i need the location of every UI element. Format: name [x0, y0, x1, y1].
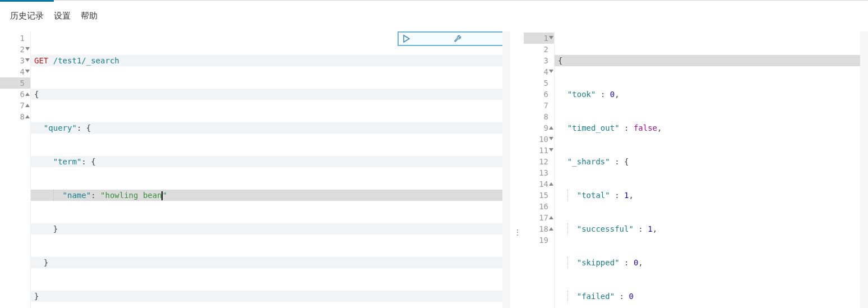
gutter-line[interactable]: 17 [524, 212, 554, 223]
active-line: "name": "howling bean" [31, 190, 510, 201]
gutter-line[interactable]: 16 [524, 201, 554, 212]
request-scrollbar[interactable] [502, 31, 510, 308]
gutter-line[interactable]: 8 [524, 111, 554, 122]
menu-settings[interactable]: 设置 [54, 11, 71, 21]
gutter-line[interactable]: 3 [524, 55, 554, 66]
gutter-line[interactable]: 2 [0, 44, 30, 55]
gutter-line[interactable]: 14 [524, 178, 554, 190]
text-cursor [161, 191, 163, 200]
response-pane: 12345678910111213141516171819 { "took" :… [524, 31, 868, 308]
gutter-line[interactable]: 18 [524, 223, 554, 235]
svg-marker-0 [404, 35, 409, 42]
request-pane: 12345678 GET /test1/_search { "query": {… [0, 31, 510, 308]
gutter-line[interactable]: 8 [0, 111, 30, 122]
drag-handle-icon[interactable]: ⋮ [514, 228, 520, 237]
response-scrollbar[interactable] [860, 31, 868, 308]
wrench-icon[interactable] [453, 12, 500, 66]
gutter-line[interactable]: 19 [524, 235, 554, 246]
request-path: /test1/_search [53, 56, 119, 65]
gutter-line[interactable]: 6 [0, 89, 30, 100]
gutter-line[interactable]: 4 [0, 66, 30, 77]
menu-help[interactable]: 帮助 [81, 11, 98, 21]
menu-history[interactable]: 历史记录 [10, 11, 44, 21]
gutter-line[interactable]: 5 [0, 77, 30, 89]
top-border [0, 0, 868, 1]
gutter-line[interactable]: 2 [524, 44, 554, 55]
editor-panes: 12345678 GET /test1/_search { "query": {… [0, 31, 868, 308]
request-editor[interactable]: GET /test1/_search { "query": { "term": … [31, 31, 510, 308]
request-action-box [398, 31, 505, 46]
gutter-line[interactable]: 4 [524, 66, 554, 77]
gutter-line[interactable]: 9 [524, 122, 554, 134]
gutter-line[interactable]: 1 [0, 33, 30, 44]
gutter-line[interactable]: 11 [524, 145, 554, 156]
gutter-line[interactable]: 15 [524, 190, 554, 201]
response-viewer[interactable]: { "took" : 0, "timed_out" : false, "_sha… [555, 31, 868, 308]
request-gutter: 12345678 [0, 31, 31, 308]
response-gutter: 12345678910111213141516171819 [524, 31, 555, 308]
gutter-line[interactable]: 12 [524, 156, 554, 167]
gutter-line[interactable]: 1 [524, 33, 554, 44]
gutter-line[interactable]: 7 [0, 100, 30, 111]
active-tab-indicator [0, 0, 54, 2]
play-icon[interactable] [402, 12, 449, 66]
http-method: GET [34, 56, 48, 65]
gutter-line[interactable]: 6 [524, 89, 554, 100]
gutter-line[interactable]: 7 [524, 100, 554, 111]
gutter-line[interactable]: 10 [524, 134, 554, 145]
gutter-line[interactable]: 13 [524, 167, 554, 178]
gutter-line[interactable]: 3 [0, 55, 30, 66]
gutter-line[interactable]: 5 [524, 77, 554, 89]
pane-divider[interactable]: ⋮ [510, 31, 524, 308]
